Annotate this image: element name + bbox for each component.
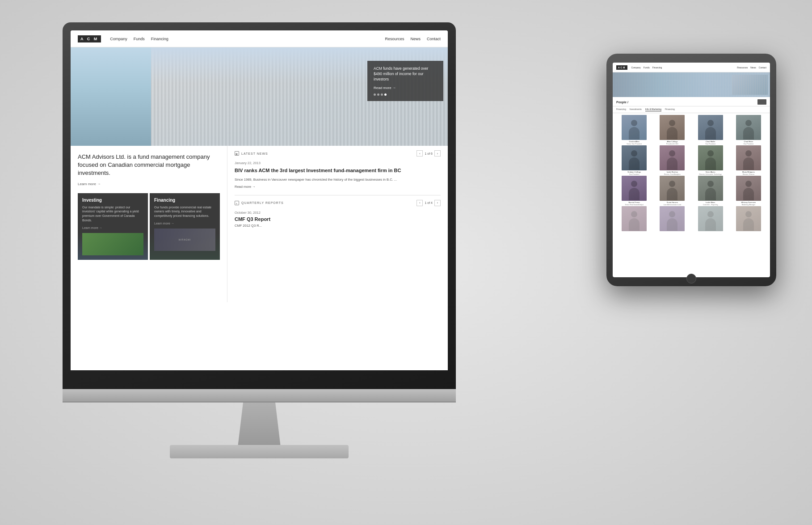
reports-prev[interactable]: ‹ [417, 200, 423, 206]
investing-card[interactable]: Investing Our mandate is simple: protect… [78, 193, 148, 260]
hero-read-more[interactable]: Read more → [374, 86, 437, 90]
tab-investments[interactable]: Investments [630, 108, 642, 111]
tablet-screen: ACM Company Funds Financing Resources Ne… [613, 63, 770, 277]
tablet-nav-financing[interactable]: Financing [652, 66, 662, 69]
person-extra-2[interactable] [653, 206, 691, 232]
person-photo [660, 145, 685, 170]
person-photo [622, 176, 647, 201]
person-graham-collings[interactable]: Graham Collings Vice President [615, 145, 653, 175]
person-sonia-hansen[interactable]: Sonia Hansen Loan Administration Lead [653, 176, 691, 206]
person-photo [660, 206, 685, 231]
tablet-nav-right[interactable]: Resources News Contact [737, 66, 766, 69]
person-photo [698, 115, 723, 140]
person-maria-melgares[interactable]: Maria Melgares Director, Finance [730, 145, 767, 175]
nav-financing[interactable]: Financing [151, 37, 168, 41]
hero-left-image [71, 47, 151, 146]
monitor: A C M Company Funds Financing Resources … [63, 22, 456, 492]
tablet-nav-funds[interactable]: Funds [644, 66, 650, 69]
news-date: January 22, 2013 [235, 161, 441, 165]
investing-image [82, 233, 143, 255]
nav-right[interactable]: Resources News Contact [385, 37, 441, 41]
site-nav: A C M Company Funds Financing Resources … [71, 30, 448, 47]
news-page: 1 of 6 [425, 152, 433, 155]
news-title[interactable]: BIV ranks ACM the 3rd largest Investment… [235, 167, 441, 174]
tablet-home-button[interactable] [686, 274, 696, 284]
nav-news[interactable]: News [410, 37, 421, 41]
person-job-title: Director, Information Technology [699, 174, 722, 175]
investing-text: Our mandate is simple: protect our inves… [82, 205, 143, 223]
tablet-contact[interactable]: Contact [759, 66, 766, 69]
dot-4[interactable] [384, 93, 387, 96]
dot-2[interactable] [377, 93, 379, 96]
person-chad-meier[interactable]: Chad Meier Vice President [730, 115, 767, 145]
news-pagination[interactable]: ‹ 1 of 6 › [417, 150, 441, 157]
person-chad-mallot[interactable]: Chad Mallot Vice President [692, 115, 729, 145]
monitor-chin [63, 389, 456, 402]
nav-company[interactable]: Company [110, 37, 127, 41]
dot-1[interactable] [374, 93, 376, 96]
report-title[interactable]: CMF Q3 Report [235, 216, 441, 222]
nav-funds[interactable]: Funds [134, 37, 145, 41]
investing-title: Investing [82, 198, 143, 203]
nav-resources[interactable]: Resources [385, 37, 404, 41]
monitor-neck [232, 402, 286, 447]
person-photo [660, 115, 685, 140]
person-extra-1[interactable] [615, 206, 653, 232]
financing-link[interactable]: Learn more → [154, 222, 215, 225]
financing-card[interactable]: Financing Our funds provide commercial r… [150, 193, 220, 260]
financing-title: Financing [154, 198, 215, 203]
learn-more-link[interactable]: Learn more → [78, 182, 220, 186]
tablet-resources[interactable]: Resources [737, 66, 748, 69]
reports-pagination[interactable]: ‹ 1 of 4 › [417, 200, 441, 206]
reports-label-text: QUARTERLY REPORTS [241, 201, 284, 204]
chart-icon: ≡ [235, 201, 239, 205]
financing-text: Our funds provide commercial real estate… [154, 205, 215, 218]
person-isobel-buchan[interactable]: Isobel Buchan Director, Fund Analytics [653, 145, 691, 175]
person-photo [736, 115, 761, 140]
person-photo [698, 206, 723, 231]
right-column: ▦ LATEST NEWS ‹ 1 of 6 › January 22, 201… [227, 146, 448, 302]
nav-links[interactable]: Company Funds Financing [110, 37, 168, 41]
news-next[interactable]: › [434, 150, 441, 157]
person-bonnie-ferran[interactable]: Bonnie Ferran Senior Real Estate Analyst [615, 176, 653, 206]
monitor-frame: A C M Company Funds Financing Resources … [63, 22, 456, 389]
person-victor-alpins[interactable]: Victor Alpins Director, Information Tech… [692, 145, 729, 175]
dot-3[interactable] [381, 93, 383, 96]
tab-financing-2[interactable]: Financing [665, 108, 675, 111]
person-job-title: Marketing Manager [742, 204, 755, 206]
hero-main-image: ACM funds have generated over $490 milli… [151, 47, 448, 146]
person-extra-4[interactable] [730, 206, 767, 232]
person-allan-collings[interactable]: Allan Collings President & CEO [653, 115, 691, 145]
tablet-nav-links[interactable]: Company Funds Financing [631, 66, 662, 69]
monitor-bezel: A C M Company Funds Financing Resources … [71, 30, 448, 370]
tablet-tabs[interactable]: Financing Investments Info & Marketing F… [613, 106, 770, 113]
investing-link[interactable]: Learn more → [82, 226, 143, 229]
person-gordon-allan[interactable]: Gordon Allan Senior Vice President [615, 115, 653, 145]
person-whitney-sorensen[interactable]: Whitney Sorensen Marketing Manager [730, 176, 767, 206]
monitor-base [170, 445, 349, 458]
person-job-title: Senior Real Estate Analyst [625, 204, 643, 206]
site-logo: A C M [78, 35, 101, 42]
financing-image: HITACHI [154, 229, 215, 251]
tab-financing[interactable]: Financing [616, 108, 626, 111]
hero-overlay-text: ACM funds have generated over $490 milli… [374, 66, 437, 82]
tablet-frame: ACM Company Funds Financing Resources Ne… [606, 54, 776, 286]
news-prev[interactable]: ‹ [417, 150, 423, 157]
person-photo [622, 145, 647, 170]
tablet-news[interactable]: News [750, 66, 756, 69]
person-job-title: Loan Administration Lead [664, 204, 682, 206]
nav-contact[interactable]: Contact [427, 37, 441, 41]
person-photo [736, 145, 761, 170]
person-photo [622, 115, 647, 140]
person-leslie-mans[interactable]: Leslie Mans Controller - Reporting [692, 176, 729, 206]
people-grid: Gordon Allan Senior Vice President Allan… [613, 113, 770, 234]
reports-next[interactable]: › [434, 200, 441, 206]
person-job-title: Controller - Reporting [703, 204, 718, 206]
person-extra-3[interactable] [692, 206, 729, 232]
tablet-nav-company[interactable]: Company [631, 66, 640, 69]
news-read-more[interactable]: Read more → [235, 185, 441, 189]
slide-dots[interactable] [374, 93, 437, 96]
tablet-filter-icon[interactable] [757, 99, 766, 105]
news-excerpt: Since 1989, Business in Vancouver newspa… [235, 177, 441, 182]
tab-info-marketing[interactable]: Info & Marketing [645, 108, 661, 111]
